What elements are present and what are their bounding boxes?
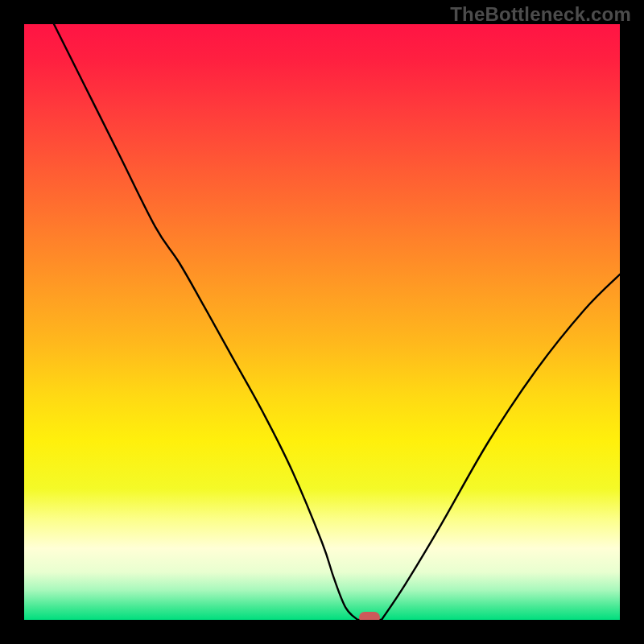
chart-frame: TheBottleneck.com	[0, 0, 644, 644]
bottleneck-curve	[24, 24, 620, 620]
optimal-marker	[359, 612, 380, 620]
bottleneck-curve-path	[54, 24, 620, 620]
watermark-label: TheBottleneck.com	[450, 3, 631, 26]
plot-area	[24, 24, 620, 620]
